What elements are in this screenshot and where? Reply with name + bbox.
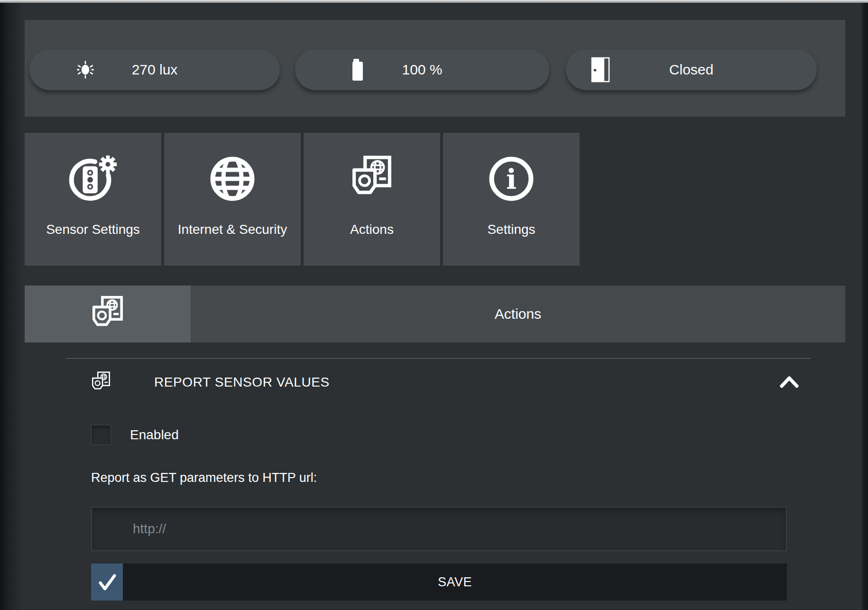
- collapse-section-button[interactable]: [779, 374, 800, 390]
- section-title: Actions: [495, 306, 541, 322]
- light-level-value: 270 lux: [132, 62, 178, 78]
- door-state-value: Closed: [669, 62, 713, 78]
- battery-icon: [348, 56, 367, 83]
- sensor-settings-icon: [65, 150, 121, 208]
- window-right-edge: [860, 3, 868, 610]
- enabled-row: Enabled: [91, 425, 179, 445]
- brightness-icon: [73, 57, 98, 82]
- http-url-input[interactable]: [91, 507, 787, 551]
- door-icon: [589, 55, 612, 84]
- section-divider: [66, 358, 811, 359]
- report-section-title: REPORT SENSOR VALUES: [154, 375, 330, 390]
- url-field-label: Report as GET parameters to HTTP url:: [91, 471, 317, 485]
- battery-value: 100 %: [402, 62, 442, 78]
- save-button[interactable]: SAVE: [91, 564, 787, 601]
- section-title-box: Actions: [191, 286, 845, 342]
- light-level-pill[interactable]: 270 lux: [29, 49, 280, 90]
- tile-internet-security[interactable]: Internet & Security: [164, 133, 301, 266]
- save-check-badge: [91, 564, 123, 601]
- tile-sensor-settings[interactable]: Sensor Settings: [25, 133, 161, 266]
- save-button-label: SAVE: [123, 564, 787, 601]
- tile-label: Sensor Settings: [35, 221, 151, 238]
- tile-settings[interactable]: i Settings: [443, 133, 580, 266]
- window-chrome-edge: [0, 0, 868, 3]
- internet-security-icon: [206, 150, 259, 208]
- section-icon-box: [25, 286, 191, 342]
- checkmark-icon: [96, 571, 119, 593]
- actions-icon: [87, 294, 128, 334]
- tile-label: Internet & Security: [166, 221, 298, 238]
- chevron-up-icon: [779, 375, 800, 389]
- section-header-actions[interactable]: Actions: [25, 286, 845, 342]
- sensor-app-window: 270 lux 100 % Closed: [0, 0, 868, 610]
- battery-pill[interactable]: 100 %: [295, 49, 549, 90]
- tile-label: Settings: [476, 221, 546, 238]
- status-panel: 270 lux 100 % Closed: [25, 20, 845, 117]
- enabled-checkbox[interactable]: [91, 425, 111, 445]
- window-left-edge: [0, 3, 24, 610]
- enabled-label: Enabled: [130, 427, 179, 443]
- door-state-pill[interactable]: Closed: [566, 49, 817, 90]
- main-menu: Sensor Settings Internet & Security: [25, 133, 580, 266]
- svg-text:i: i: [506, 163, 517, 195]
- actions-icon: [346, 150, 398, 208]
- report-actions-icon: [89, 370, 113, 395]
- tile-actions[interactable]: Actions: [304, 133, 440, 266]
- settings-info-icon: i: [485, 150, 538, 208]
- tile-label: Actions: [339, 221, 405, 238]
- report-sensor-values-header: REPORT SENSOR VALUES: [66, 368, 845, 397]
